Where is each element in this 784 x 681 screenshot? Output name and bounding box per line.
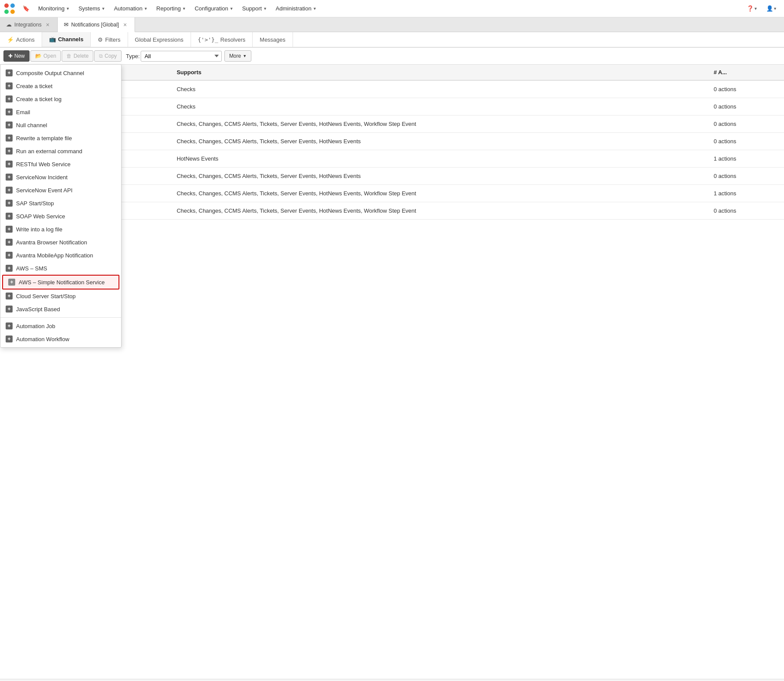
app-logo[interactable] [3, 3, 16, 15]
plus-icon: + [6, 109, 13, 115]
plus-icon: + [8, 279, 15, 286]
nav-systems[interactable]: Systems ▼ [75, 3, 109, 14]
integrations-tab-close[interactable]: × [44, 21, 51, 29]
notifications-tab-icon: ✉ [64, 21, 69, 28]
nav-reporting[interactable]: Reporting ▼ [153, 3, 189, 14]
svg-point-3 [10, 10, 15, 14]
menu-item-create-ticket[interactable]: + Create a ticket [0, 79, 121, 92]
channels-tab-icon: 📺 [49, 36, 56, 43]
top-navigation: 🔖 Monitoring ▼ Systems ▼ Automation ▼ Re… [0, 0, 784, 17]
cell-actions: 0 actions [707, 202, 784, 220]
menu-item-rewrite-template[interactable]: + Rewrite a template file [0, 132, 121, 145]
nav-systems-caret: ▼ [101, 7, 105, 11]
cell-actions: 0 actions [707, 133, 784, 150]
cell-supports: Checks, Changes, CCMS Alerts, Tickets, S… [170, 115, 707, 133]
tab-filters[interactable]: ⚙ Filters [91, 32, 128, 47]
menu-item-automation-job[interactable]: + Automation Job [0, 319, 121, 332]
menu-item-run-external-command[interactable]: + Run an external command [0, 145, 121, 158]
tab-channels[interactable]: 📺 Channels [42, 32, 91, 47]
cell-actions: 0 actions [707, 80, 784, 98]
new-button[interactable]: ✚ New [3, 50, 30, 62]
menu-item-null-channel[interactable]: + Null channel [0, 118, 121, 132]
delete-button-label: Delete [73, 53, 89, 59]
menu-item-restful-web-service[interactable]: + RESTful Web Service [0, 158, 121, 171]
menu-item-create-ticket-log[interactable]: + Create a ticket log [0, 92, 121, 105]
tab-global-expressions[interactable]: Global Expressions [128, 32, 191, 47]
menu-item-email[interactable]: + Email [0, 105, 121, 118]
plus-icon: + [6, 200, 13, 207]
tab-actions[interactable]: ⚡ Actions [0, 32, 42, 47]
help-button[interactable]: ❓▼ [743, 3, 761, 14]
user-button[interactable]: 👤▼ [763, 3, 781, 14]
resolvers-tab-icon: {'>'}_ [198, 36, 218, 43]
channels-tab-label: Channels [58, 36, 84, 43]
cell-supports: Checks [170, 98, 707, 115]
copy-button-label: Copy [105, 53, 117, 59]
toolbar: ✚ New 📂 Open 🗑 Delete ⧉ Copy Type: All E… [0, 48, 784, 65]
menu-item-aws-sms[interactable]: + AWS – SMS [0, 262, 121, 275]
open-button-icon: 📂 [35, 53, 42, 59]
cell-supports: HotNews Events [170, 150, 707, 168]
tab-integrations[interactable]: ☁ Integrations × [0, 17, 58, 32]
cell-actions: 0 actions [707, 168, 784, 185]
tab-resolvers[interactable]: {'>'}_ Resolvers [191, 32, 253, 47]
more-button-label: More [229, 53, 241, 59]
plus-icon: + [6, 239, 13, 246]
delete-button[interactable]: 🗑 Delete [62, 50, 93, 62]
menu-item-automation-workflow[interactable]: + Automation Workflow [0, 332, 121, 345]
nav-configuration[interactable]: Configuration ▼ [191, 3, 237, 14]
more-button[interactable]: More ▼ [224, 50, 251, 62]
menu-item-composite-output-channel[interactable]: + Composite Output Channel [0, 66, 121, 79]
tab-notifications-global[interactable]: ✉ Notifications [Global] × [58, 17, 135, 32]
nav-automation-caret: ▼ [144, 7, 148, 11]
actions-tab-icon: ⚡ [7, 36, 14, 43]
notifications-tab-close[interactable]: × [122, 21, 128, 29]
copy-button[interactable]: ⧉ Copy [94, 50, 122, 62]
plus-icon: + [6, 293, 13, 299]
copy-button-icon: ⧉ [99, 53, 103, 59]
integrations-tab-icon: ☁ [6, 21, 12, 28]
col-supports: Supports [170, 65, 707, 80]
menu-item-cloud-server[interactable]: + Cloud Server Start/Stop [0, 290, 121, 303]
plus-icon: + [6, 226, 13, 233]
nav-support[interactable]: Support ▼ [239, 3, 270, 14]
filters-tab-label: Filters [105, 36, 120, 43]
cell-supports: Checks, Changes, CCMS Alerts, Tickets, S… [170, 133, 707, 150]
global-expressions-tab-label: Global Expressions [135, 36, 184, 43]
menu-item-sap-start-stop[interactable]: + SAP Start/Stop [0, 197, 121, 210]
menu-item-soap-web-service[interactable]: + SOAP Web Service [0, 210, 121, 223]
open-button[interactable]: 📂 Open [30, 50, 61, 62]
plus-icon: + [6, 174, 13, 181]
delete-button-icon: 🗑 [66, 53, 72, 59]
open-button-label: Open [43, 53, 56, 59]
type-select[interactable]: All Email Write into a log file JavaScri… [141, 51, 222, 62]
new-dropdown-menu: + Composite Output Channel + Create a ti… [0, 64, 122, 348]
nav-configuration-caret: ▼ [230, 7, 234, 11]
tab-messages[interactable]: Messages [253, 32, 293, 47]
plus-icon: + [6, 322, 13, 329]
menu-item-servicenow-event-api[interactable]: + ServiceNow Event API [0, 184, 121, 197]
menu-item-aws-sns[interactable]: + AWS – Simple Notification Service [2, 275, 119, 290]
menu-item-javascript-based[interactable]: + JavaScript Based [0, 303, 121, 316]
plus-icon: + [6, 252, 13, 259]
menu-item-servicenow-incident[interactable]: + ServiceNow Incident [0, 171, 121, 184]
cell-actions: 0 actions [707, 98, 784, 115]
filters-tab-icon: ⚙ [98, 36, 103, 43]
plus-icon: + [6, 213, 13, 220]
more-button-caret: ▼ [243, 54, 247, 58]
dropdown-separator [0, 317, 121, 318]
integrations-tab-label: Integrations [14, 22, 42, 28]
window-tabs-bar: ☁ Integrations × ✉ Notifications [Global… [0, 17, 784, 32]
nav-monitoring[interactable]: Monitoring ▼ [35, 3, 73, 14]
nav-automation[interactable]: Automation ▼ [110, 3, 151, 14]
menu-item-avantra-browser[interactable]: + Avantra Browser Notification [0, 236, 121, 249]
nav-administration[interactable]: Administration ▼ [272, 3, 320, 14]
new-button-icon: ✚ [8, 53, 13, 59]
cell-actions: 1 actions [707, 150, 784, 168]
menu-item-avantra-mobile[interactable]: + Avantra MobileApp Notification [0, 249, 121, 262]
nav-bookmark[interactable]: 🔖 [19, 3, 33, 14]
menu-item-write-log-file[interactable]: + Write into a log file [0, 223, 121, 236]
status-bar: 🖥 New Run an external command [0, 679, 784, 681]
svg-point-0 [4, 3, 9, 8]
actions-tab-label: Actions [16, 36, 35, 43]
